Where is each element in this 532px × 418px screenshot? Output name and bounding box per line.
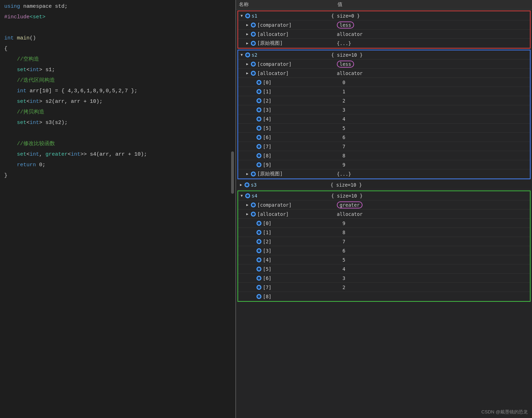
- s4-idx7-row[interactable]: [7] 2: [238, 283, 530, 292]
- s4-idx5-icon: [256, 267, 261, 272]
- s4-idx5-row[interactable]: [5] 4: [238, 264, 530, 274]
- s2-idx7-name: [7]: [263, 144, 271, 149]
- s4-idx2-icon: [256, 239, 261, 244]
- s2-alloc-icon: [251, 71, 256, 76]
- s2-idx0-value: 0: [342, 80, 528, 85]
- s4-comp-arrow[interactable]: ▶: [245, 203, 249, 207]
- s4-allocator-row[interactable]: ▶ [allocator] allocator: [238, 210, 530, 219]
- s2-idx6-name: [6]: [263, 135, 271, 140]
- s1-comp-arrow[interactable]: ▶: [245, 23, 249, 27]
- s4-idx6-name: [6]: [263, 275, 271, 281]
- scrollbar[interactable]: [231, 151, 234, 194]
- s4-value: { size=10 }: [331, 193, 528, 199]
- s4-expand-arrow[interactable]: ▼: [240, 194, 244, 198]
- s2-alloc-arrow[interactable]: ▶: [245, 71, 249, 75]
- s2-raw-arrow[interactable]: ▶: [245, 172, 249, 176]
- s2-idx2-value: 2: [342, 98, 528, 104]
- s2-idx3-icon: [256, 107, 261, 112]
- s2-idx4-name: [4]: [263, 116, 271, 122]
- s4-idx8-row[interactable]: [8]: [238, 292, 530, 301]
- s1-value: { size=0 }: [331, 13, 528, 19]
- code-line-1: using namespace std;: [0, 1, 235, 12]
- s3-row[interactable]: ▶ s3 { size=10 }: [237, 180, 531, 189]
- s1-raw-row[interactable]: ▶ [原始视图] {...}: [238, 39, 530, 48]
- keyword-include: #include: [4, 12, 30, 22]
- s4-idx2-row[interactable]: [2] 7: [238, 237, 530, 246]
- code-line-3: [0, 23, 235, 33]
- s2-idx0-row[interactable]: [0] 0: [238, 78, 530, 87]
- s4-idx3-value: 6: [342, 248, 528, 254]
- s2-idx0-icon: [256, 80, 261, 85]
- s3-db-icon: [245, 182, 249, 187]
- s4-comparator-row[interactable]: ▶ [comparator] greater: [238, 200, 530, 210]
- s4-idx1-name: [1]: [263, 230, 271, 235]
- s2-raw-row[interactable]: ▶ [原始视图] {...}: [238, 169, 530, 179]
- s2-row[interactable]: ▼ s2 { size=10 }: [238, 50, 530, 60]
- s3-name: s3: [251, 182, 256, 188]
- s2-idx3-row[interactable]: [3] 3: [238, 105, 530, 114]
- name-column-header: 名称: [239, 1, 330, 8]
- s4-idx4-name: [4]: [263, 257, 271, 263]
- s4-idx0-icon: [256, 221, 261, 226]
- s4-row[interactable]: ▼ s4 { size=10 }: [238, 191, 530, 200]
- s2-idx9-icon: [256, 162, 261, 167]
- s2-value: { size=10 }: [331, 52, 528, 58]
- s2-idx2-row[interactable]: [2] 2: [238, 96, 530, 105]
- s4-idx0-name: [0]: [263, 220, 271, 226]
- s2-idx1-row[interactable]: [1] 1: [238, 87, 530, 96]
- s1-alloc-name: [allocator]: [257, 31, 289, 37]
- code-line-9: int arr[10] = { 4,3,6,1,8,9,0,5,2,7 };: [0, 86, 235, 96]
- s2-idx2-icon: [256, 98, 261, 103]
- s4-idx5-name: [5]: [263, 266, 271, 272]
- s4-idx0-value: 9: [342, 220, 528, 226]
- s2-idx4-row[interactable]: [4] 4: [238, 114, 530, 124]
- s1-row[interactable]: ▼ s1 { size=0 }: [238, 11, 530, 20]
- s2-expand-arrow[interactable]: ▼: [240, 53, 244, 57]
- code-line-4: int main(): [0, 33, 235, 44]
- s1-raw-icon: [251, 41, 256, 46]
- s4-idx4-value: 5: [342, 257, 528, 263]
- s4-db-icon: [245, 193, 250, 198]
- s1-comp-icon: [251, 23, 256, 27]
- s4-idx1-value: 8: [342, 230, 528, 235]
- s1-expand-arrow[interactable]: ▼: [240, 14, 244, 18]
- s2-idx5-icon: [256, 126, 261, 131]
- s1-section: ▼ s1 { size=0 } ▶ [comparator] less ▶ [a…: [237, 11, 531, 49]
- s4-idx4-row[interactable]: [4] 5: [238, 255, 530, 264]
- s3-expand-arrow[interactable]: ▶: [239, 183, 243, 187]
- s4-idx1-row[interactable]: [1] 8: [238, 228, 530, 237]
- s1-raw-arrow[interactable]: ▶: [245, 41, 249, 45]
- s2-idx7-icon: [256, 144, 261, 149]
- s4-idx2-value: 7: [342, 239, 528, 244]
- s2-idx7-row[interactable]: [7] 7: [238, 142, 530, 151]
- s2-idx9-name: [9]: [263, 162, 271, 168]
- code-line-17: }: [0, 170, 235, 181]
- s2-allocator-row[interactable]: ▶ [allocator] allocator: [238, 69, 530, 78]
- code-line-10: set<int> s2(arr, arr + 10);: [0, 96, 235, 107]
- s4-idx6-row[interactable]: [6] 3: [238, 274, 530, 283]
- s2-comp-arrow[interactable]: ▶: [245, 62, 249, 66]
- s4-alloc-icon: [251, 212, 256, 217]
- s3-section: ▶ s3 { size=10 }: [237, 180, 531, 189]
- s4-idx0-row[interactable]: [0] 9: [238, 219, 530, 228]
- s2-idx6-icon: [256, 135, 261, 140]
- s4-idx3-row[interactable]: [3] 6: [238, 246, 530, 255]
- s2-raw-name: [原始视图]: [257, 171, 283, 177]
- s2-idx6-row[interactable]: [6] 6: [238, 133, 530, 142]
- s1-alloc-arrow[interactable]: ▶: [245, 32, 249, 36]
- s1-comparator-row[interactable]: ▶ [comparator] less: [238, 20, 530, 30]
- s2-db-icon: [245, 52, 250, 57]
- s2-idx5-row[interactable]: [5] 5: [238, 124, 530, 133]
- s4-alloc-name: [allocator]: [257, 211, 289, 217]
- s4-idx7-icon: [256, 285, 261, 290]
- s2-idx6-value: 6: [342, 135, 528, 140]
- s2-idx8-row[interactable]: [8] 8: [238, 151, 530, 160]
- s4-idx6-value: 3: [342, 275, 528, 281]
- s4-alloc-arrow[interactable]: ▶: [245, 212, 249, 216]
- s1-allocator-row[interactable]: ▶ [allocator] allocator: [238, 30, 530, 39]
- s2-comparator-row[interactable]: ▶ [comparator] less: [238, 60, 530, 69]
- s2-idx9-row[interactable]: [9] 9: [238, 160, 530, 169]
- s4-idx3-name: [3]: [263, 248, 271, 254]
- debug-header: 名称 值: [236, 0, 532, 10]
- s1-alloc-value: allocator: [337, 31, 528, 37]
